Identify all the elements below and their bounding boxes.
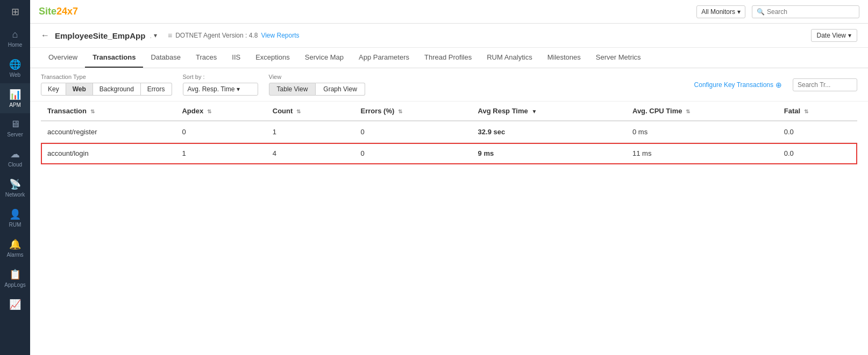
sort-icon-apdex: ⇅ (207, 108, 211, 114)
agent-info: ≡ DOTNET Agent Version : 4.8 View Report… (168, 31, 300, 40)
configure-key-label: Configure Key Transactions (694, 81, 773, 89)
page-title-dropdown-btn[interactable]: ▾ (154, 32, 157, 39)
view-btn-graph[interactable]: Graph View (316, 83, 365, 96)
tab-transactions[interactable]: Transactions (85, 48, 143, 68)
table-row[interactable]: account/register 0 1 0 32.9 sec 0 ms 0.0 (41, 121, 857, 143)
cloud-icon: ☁ (10, 148, 20, 160)
chevron-down-icon: ▾ (737, 8, 741, 16)
sort-select[interactable]: Avg. Resp. Time ▾ (183, 83, 258, 96)
col-header-avg-resp-time[interactable]: Avg Resp Time ▼ (472, 102, 626, 121)
search-transactions-input[interactable] (793, 78, 857, 91)
tab-service-map[interactable]: Service Map (297, 48, 351, 68)
sidebar-item-alarms[interactable]: 🔔 Alarms (0, 233, 30, 263)
home-icon: ⌂ (12, 29, 18, 40)
sidebar-item-reports[interactable]: 📈 (0, 293, 30, 316)
col-header-fatal[interactable]: Fatal ⇅ (778, 102, 857, 121)
sidebar-item-web[interactable]: 🌐 Web (0, 53, 30, 83)
col-header-count[interactable]: Count ⇅ (266, 102, 354, 121)
cell-count: 1 (266, 121, 354, 143)
type-btn-web[interactable]: Web (66, 83, 93, 96)
col-header-avg-cpu-time[interactable]: Avg. CPU Time ⇅ (626, 102, 778, 121)
type-btn-background[interactable]: Background (93, 83, 141, 96)
sidebar-item-label: Network (5, 192, 25, 198)
cell-fatal: 0.0 (778, 121, 857, 143)
tab-database[interactable]: Database (143, 48, 188, 68)
sort-label: Sort by : (183, 74, 258, 80)
sidebar-item-label: Web (10, 72, 20, 78)
topbar-search-input[interactable] (767, 8, 855, 16)
sidebar-item-apm[interactable]: 📊 APM (0, 83, 30, 113)
transaction-type-buttons: Key Web Background Errors (41, 83, 172, 96)
sidebar-item-cloud[interactable]: ☁ Cloud (0, 143, 30, 173)
transactions-table: Transaction ⇅ Apdex ⇅ Count ⇅ Errors ( (41, 102, 857, 164)
grid-icon[interactable]: ⊞ (11, 6, 19, 18)
plus-icon: ⊕ (775, 81, 782, 89)
tab-rum-analytics[interactable]: RUM Analytics (479, 48, 540, 68)
chevron-down-icon: ▾ (848, 32, 851, 39)
view-group: View Table View Graph View (269, 74, 365, 96)
monitor-filter-label: All Monitors (701, 8, 735, 16)
sidebar-item-label: AppLogs (4, 282, 25, 288)
main-content: Site24x7 All Monitors ▾ 🔍 ← EmployeeSite… (30, 0, 868, 355)
sidebar-item-label: Home (8, 42, 23, 48)
tabs-bar: Overview Transactions Database Traces II… (30, 48, 868, 68)
cell-avg-cpu-time: 11 ms (626, 143, 778, 164)
sidebar-item-rum[interactable]: 👤 RUM (0, 203, 30, 233)
applogs-icon: 📋 (9, 269, 21, 280)
tab-overview[interactable]: Overview (41, 48, 85, 68)
type-btn-key[interactable]: Key (41, 83, 66, 96)
cell-apdex: 1 (175, 143, 266, 164)
cell-avg-resp-time: 9 ms (472, 143, 626, 164)
sidebar-item-applogs[interactable]: 📋 AppLogs (0, 263, 30, 293)
topbar-search-box[interactable]: 🔍 (752, 5, 859, 18)
network-icon: 📡 (9, 178, 21, 190)
sort-icon-avg-cpu-time: ⇅ (686, 108, 690, 114)
apm-icon: 📊 (9, 89, 21, 100)
sort-icon-errors: ⇅ (398, 108, 402, 114)
tab-thread-profiles[interactable]: Thread Profiles (417, 48, 479, 68)
tab-app-parameters[interactable]: App Parameters (351, 48, 417, 68)
sidebar-item-label: APM (9, 102, 21, 108)
search-icon: 🔍 (757, 8, 765, 16)
view-btn-table[interactable]: Table View (269, 83, 316, 96)
cell-transaction: account/login (41, 143, 175, 164)
tab-milestones[interactable]: Milestones (540, 48, 588, 68)
web-icon: 🌐 (9, 59, 21, 70)
table-row[interactable]: account/login 1 4 0 9 ms 11 ms 0.0 (41, 143, 857, 164)
tab-iis[interactable]: IIS (224, 48, 248, 68)
sort-icon-count: ⇅ (296, 108, 301, 114)
page-content: ← EmployeeSite_EmpApp . ▾ ≡ DOTNET Agent… (30, 24, 868, 355)
sort-icon-avg-resp-time: ▼ (531, 108, 537, 114)
view-buttons: Table View Graph View (269, 83, 365, 96)
sidebar-item-home[interactable]: ⌂ Home (0, 24, 30, 53)
server-icon: 🖥 (10, 119, 20, 130)
sidebar-item-label: RUM (9, 222, 22, 228)
sidebar-item-label: Cloud (8, 162, 22, 168)
tab-exceptions[interactable]: Exceptions (248, 48, 297, 68)
col-header-transaction[interactable]: Transaction ⇅ (41, 102, 175, 121)
col-header-errors[interactable]: Errors (%) ⇅ (354, 102, 471, 121)
sort-group: Sort by : Avg. Resp. Time ▾ (183, 74, 258, 96)
view-reports-link[interactable]: View Reports (261, 32, 299, 39)
tab-server-metrics[interactable]: Server Metrics (588, 48, 649, 68)
reports-icon: 📈 (9, 299, 21, 310)
date-view-button[interactable]: Date View ▾ (811, 29, 857, 42)
agent-bar-icon: ≡ (168, 31, 172, 40)
tab-traces[interactable]: Traces (188, 48, 224, 68)
sidebar-item-server[interactable]: 🖥 Server (0, 113, 30, 143)
chevron-down-icon: ▾ (237, 85, 240, 93)
col-header-apdex[interactable]: Apdex ⇅ (175, 102, 266, 121)
configure-key-transactions-button[interactable]: Configure Key Transactions ⊕ (694, 81, 782, 89)
cell-avg-resp-time: 32.9 sec (472, 121, 626, 143)
transactions-table-container: Transaction ⇅ Apdex ⇅ Count ⇅ Errors ( (30, 102, 868, 355)
type-btn-errors[interactable]: Errors (141, 83, 172, 96)
cell-errors: 0 (354, 143, 471, 164)
cell-errors: 0 (354, 121, 471, 143)
date-view-label: Date View (817, 32, 846, 39)
toolbar: Transaction Type Key Web Background Erro… (30, 68, 868, 102)
agent-label: DOTNET Agent Version : 4.8 (175, 32, 258, 39)
monitor-filter-select[interactable]: All Monitors ▾ (696, 5, 745, 18)
back-button[interactable]: ← (41, 31, 49, 40)
sidebar-item-network[interactable]: 📡 Network (0, 173, 30, 203)
alarms-icon: 🔔 (9, 238, 21, 250)
